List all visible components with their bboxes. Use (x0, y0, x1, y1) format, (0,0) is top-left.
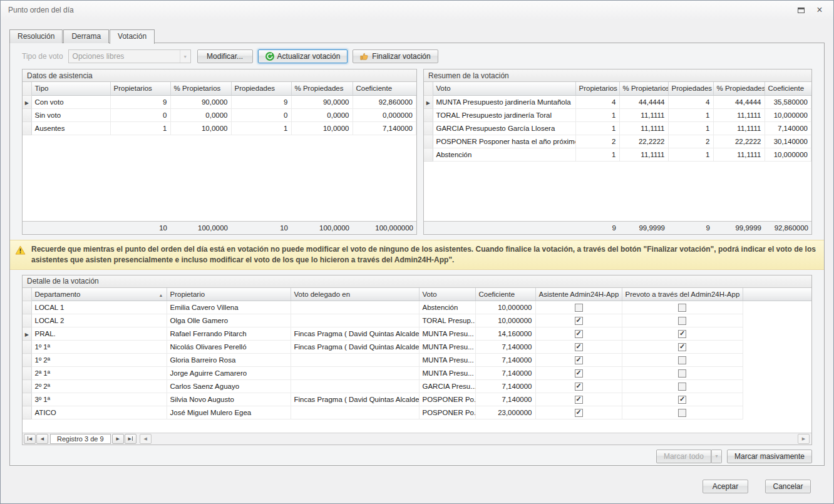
col-voto[interactable]: Voto (433, 82, 575, 95)
detalle-votacion-title: Detalle de la votación (23, 275, 811, 288)
prevoto-checkbox[interactable]: ✓ (678, 304, 686, 312)
col-coeficiente[interactable]: Coeficiente (764, 82, 811, 95)
marcar-todo-dropdown[interactable]: ▼ (711, 450, 722, 463)
table-row[interactable]: LOCAL 2 Olga Olle Gamero TORAL Presup...… (23, 314, 811, 327)
cell: 90,0000 (291, 95, 353, 108)
table-row[interactable]: ATICO José Miguel Mulero Egea POSPONER P… (23, 406, 811, 419)
record-navigator: ◀ ◀ Registro 3 de 9 ▶ ▶ ◀ ▶ (23, 433, 811, 445)
scroll-left-icon[interactable]: ◀ (140, 434, 152, 444)
table-row[interactable]: GARCIA Presupuesto García Llosera 1 11,1… (424, 121, 811, 135)
cell-delegado (291, 380, 419, 393)
detalle-votacion-group: Detalle de la votación Departamento ▲ Pr… (22, 275, 812, 445)
prevoto-checkbox[interactable]: ✓ (678, 356, 686, 364)
cell-coeficiente: 7,140000 (475, 341, 535, 354)
prevoto-checkbox[interactable]: ✓ (678, 409, 686, 417)
prevoto-checkbox[interactable]: ✓ (678, 330, 686, 338)
tab-derrama[interactable]: Derrama (63, 29, 109, 43)
table-row[interactable]: Ausentes 1 10,0000 1 10,0000 7,140000 (23, 121, 416, 135)
cell-departamento: LOCAL 1 (31, 301, 167, 314)
cell: Abstención (433, 148, 575, 161)
prevoto-checkbox[interactable]: ✓ (678, 383, 686, 391)
prevoto-checkbox[interactable]: ✓ (678, 317, 686, 325)
asistente-checkbox[interactable]: ✓ (575, 304, 583, 312)
asistente-checkbox[interactable]: ✓ (575, 330, 583, 338)
asistente-checkbox[interactable]: ✓ (575, 369, 583, 378)
table-row[interactable]: TORAL Presupuesto jardinería Toral 1 11,… (424, 108, 811, 121)
col-tipo[interactable]: Tipo (31, 82, 110, 95)
tab-votacion[interactable]: Votación (110, 29, 155, 44)
col-pct-propietarios[interactable]: % Propietarios (170, 82, 231, 95)
current-row-icon: ▶ (426, 100, 430, 106)
asistente-checkbox[interactable]: ✓ (575, 383, 583, 391)
modificar-button[interactable]: Modificar... (197, 49, 253, 63)
asistente-checkbox[interactable]: ✓ (575, 317, 583, 325)
col-prevoto-app[interactable]: Prevoto a través del Admin24H-App (622, 288, 743, 301)
table-row[interactable]: ▶ MUNTA Presupuesto jardinería Muntañola… (424, 95, 811, 108)
restore-icon[interactable] (795, 4, 807, 16)
cell-departamento: 1º 1ª (31, 341, 167, 354)
col-propietarios[interactable]: Propietarios (110, 82, 170, 95)
cell: 4 (668, 95, 713, 108)
tipo-voto-combo[interactable]: Opciones libres ▼ (68, 49, 191, 63)
table-row[interactable]: POSPONER Posponer hasta el año próximo 2… (424, 135, 811, 148)
cell: 0,0000 (291, 108, 353, 121)
col-propiedades[interactable]: Propiedades (231, 82, 291, 95)
cell: 4 (575, 95, 619, 108)
pager-prev-button[interactable]: ◀ (36, 434, 48, 444)
col-propietario[interactable]: Propietario (167, 288, 291, 301)
marcar-todo-button[interactable]: Marcar todo (656, 450, 711, 463)
col-voto[interactable]: Voto (419, 288, 475, 301)
detalle-header-row: Departamento ▲ Propietario Voto delegado… (23, 288, 811, 301)
asistente-checkbox[interactable]: ✓ (575, 356, 583, 364)
prevoto-checkbox[interactable]: ✓ (678, 396, 686, 404)
asistente-checkbox[interactable]: ✓ (575, 343, 583, 351)
table-row[interactable]: 1º 1ª Nicolás Olivares Perelló Fincas Pr… (23, 341, 811, 354)
table-row[interactable]: Sin voto 0 0,0000 0 0,0000 0,000000 (23, 108, 416, 121)
tab-resolucion[interactable]: Resolución (9, 29, 63, 43)
cell: 22,2222 (713, 135, 764, 148)
table-row[interactable]: 2º 2ª Carlos Saenz Aguayo GARCIA Presu..… (23, 380, 811, 393)
cell-coeficiente: 14,160000 (475, 327, 535, 341)
col-pct-propiedades[interactable]: % Propiedades (713, 82, 764, 95)
pager-first-button[interactable]: ◀ (24, 434, 36, 444)
asistente-checkbox[interactable]: ✓ (575, 396, 583, 404)
cancelar-button[interactable]: Cancelar (765, 480, 811, 493)
table-row[interactable]: 1º 2ª Gloria Barreiro Rosa MUNTA Presu..… (23, 354, 811, 367)
table-row[interactable]: 2ª 1ª Jorge Aguirre Camarero MUNTA Presu… (23, 367, 811, 380)
horizontal-scrollbar[interactable]: ◀ ▶ (140, 434, 810, 444)
pager-last-button[interactable]: ▶ (125, 434, 136, 444)
tipo-voto-value: Opciones libres (69, 52, 180, 61)
cell-delegado (291, 354, 419, 367)
resumen-votacion-group: Resumen de la votación Voto Propietarios… (423, 69, 812, 235)
col-propiedades[interactable]: Propiedades (668, 82, 713, 95)
warning-banner: Recuerde que mientras el punto del orden… (10, 240, 824, 270)
table-row[interactable]: ▶ Con voto 9 90,0000 9 90,0000 92,860000 (23, 95, 416, 108)
pager-next-button[interactable]: ▶ (112, 434, 124, 444)
table-row[interactable]: LOCAL 1 Emilia Cavero Villena Abstención… (23, 301, 811, 314)
table-row[interactable]: ▶ PRAL. Rafael Ferrando Pitarch Fincas P… (23, 327, 811, 341)
table-row[interactable]: 3º 1ª Silvia Novo Augusto Fincas Pragma … (23, 393, 811, 406)
col-voto-delegado[interactable]: Voto delegado en (291, 288, 419, 301)
col-pct-propiedades[interactable]: % Propiedades (291, 82, 353, 95)
close-icon[interactable]: × (813, 4, 826, 16)
actualizar-votacion-button[interactable]: Actualizar votación (258, 49, 348, 63)
asistente-checkbox[interactable]: ✓ (575, 409, 583, 417)
table-row[interactable]: Abstención 1 11,1111 1 11,1111 10,000000 (424, 148, 811, 161)
prevoto-checkbox[interactable]: ✓ (678, 343, 686, 351)
scroll-right-icon[interactable]: ▶ (798, 434, 810, 444)
cell-voto: GARCIA Presu... (419, 380, 475, 393)
col-coeficiente[interactable]: Coeficiente (353, 82, 416, 95)
col-departamento[interactable]: Departamento ▲ (31, 288, 167, 301)
col-coeficiente[interactable]: Coeficiente (475, 288, 535, 301)
col-propietarios[interactable]: Propietarios (575, 82, 619, 95)
cell: 11,1111 (619, 148, 668, 161)
prevoto-checkbox[interactable]: ✓ (678, 369, 686, 378)
col-pct-propietarios[interactable]: % Propietarios (619, 82, 668, 95)
finalizar-votacion-button[interactable]: Finalizar votación (353, 49, 438, 63)
chevron-down-icon: ▼ (180, 50, 190, 63)
col-asistente-app[interactable]: Asistente Admin24H-App (535, 288, 622, 301)
tipo-voto-label: Tipo de voto (22, 52, 63, 61)
marcar-masivamente-button[interactable]: Marcar masivamente (727, 450, 812, 463)
finalizar-label: Finalizar votación (372, 52, 430, 61)
aceptar-button[interactable]: Aceptar (703, 480, 748, 493)
